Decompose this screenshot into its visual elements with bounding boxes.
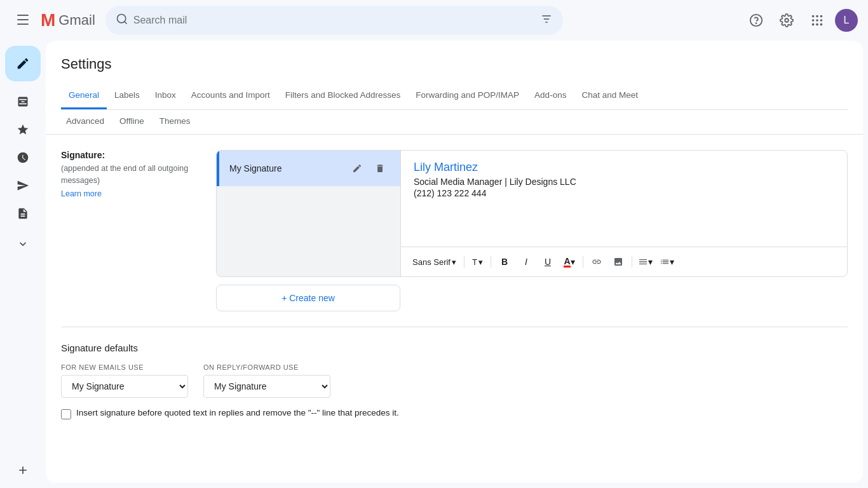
- tab-inbox[interactable]: Inbox: [147, 83, 184, 109]
- logo-m-icon: M: [41, 10, 55, 30]
- tab-labels[interactable]: Labels: [107, 83, 147, 109]
- italic-button[interactable]: I: [517, 252, 536, 271]
- compose-button[interactable]: [5, 46, 41, 81]
- help-button[interactable]: [743, 8, 769, 33]
- sidebar-icon-starred[interactable]: [10, 117, 36, 142]
- delete-signature-button[interactable]: [370, 158, 390, 179]
- sub-tabs: Advanced Offline Themes: [46, 110, 863, 135]
- svg-point-15: [816, 19, 818, 22]
- signature-defaults-title: Signature defaults: [61, 342, 848, 353]
- signature-defaults-row: FOR NEW EMAILS USE My Signature (No sign…: [61, 363, 848, 398]
- list-button[interactable]: ▾: [658, 252, 677, 271]
- text-color-chevron-icon: ▾: [571, 257, 575, 267]
- apps-button[interactable]: [804, 8, 830, 33]
- signature-label-title: Signature:: [61, 150, 201, 160]
- signature-label-area: Signature: (appended at the end of all o…: [61, 150, 201, 311]
- sub-tab-offline[interactable]: Offline: [114, 110, 149, 134]
- avatar[interactable]: L: [835, 9, 858, 32]
- sidebar-icon-drafts[interactable]: [10, 201, 36, 226]
- toolbar-separator-3: [583, 256, 583, 268]
- sub-tab-advanced[interactable]: Advanced: [61, 110, 109, 134]
- signature-list: My Signature: [217, 151, 401, 276]
- sidebar-icon-add[interactable]: [10, 458, 36, 483]
- signature-name: Lily Martinez: [414, 161, 834, 174]
- text-color-button[interactable]: A ▾: [560, 252, 579, 271]
- toolbar-separator-1: [464, 256, 465, 268]
- reply-group: ON REPLY/FORWARD USE My Signature (No si…: [203, 363, 330, 398]
- text-color-icon: A: [564, 257, 570, 268]
- svg-point-12: [816, 15, 818, 18]
- new-emails-group: FOR NEW EMAILS USE My Signature (No sign…: [61, 363, 188, 398]
- tab-filters[interactable]: Filters and Blocked Addresses: [278, 83, 409, 109]
- sidebar: [0, 41, 46, 488]
- signature-container: My Signature: [216, 150, 848, 311]
- sidebar-icon-inbox[interactable]: [10, 89, 36, 114]
- settings-button[interactable]: [774, 8, 799, 33]
- logo-gmail-text: Gmail: [58, 12, 95, 29]
- svg-rect-1: [17, 19, 29, 20]
- signature-panel: My Signature: [216, 150, 848, 277]
- svg-point-10: [785, 18, 789, 22]
- signature-section: Signature: (appended at the end of all o…: [61, 150, 848, 311]
- image-button[interactable]: [609, 252, 628, 271]
- sub-tab-themes[interactable]: Themes: [154, 110, 196, 134]
- settings-body: Signature: (appended at the end of all o…: [46, 135, 863, 435]
- signature-label-desc: (appended at the end of all outgoing mes…: [61, 163, 201, 187]
- align-button[interactable]: ▾: [636, 252, 655, 271]
- sidebar-icon-sent[interactable]: [10, 173, 36, 198]
- font-family-select[interactable]: Sans Serif ▾: [409, 255, 460, 269]
- topbar-right: L: [743, 8, 858, 33]
- sidebar-icon-snoozed[interactable]: [10, 145, 36, 170]
- font-family-label: Sans Serif: [412, 257, 451, 267]
- svg-rect-2: [17, 24, 29, 25]
- svg-point-3: [117, 14, 125, 22]
- signature-toolbar: Sans Serif ▾ T ▾ B I: [401, 247, 847, 276]
- reply-label: ON REPLY/FORWARD USE: [203, 363, 330, 371]
- svg-point-16: [820, 19, 823, 22]
- signature-item-label: My Signature: [229, 163, 347, 173]
- search-filter-icon[interactable]: [540, 13, 553, 28]
- svg-point-14: [812, 19, 815, 22]
- new-emails-select[interactable]: My Signature (No signature): [61, 375, 188, 398]
- svg-point-11: [812, 15, 815, 18]
- list-chevron-icon: ▾: [670, 257, 674, 267]
- search-input[interactable]: [133, 15, 535, 26]
- search-bar: [105, 6, 563, 35]
- toolbar-separator-2: [491, 256, 491, 268]
- font-size-label: T: [472, 257, 477, 267]
- edit-signature-button[interactable]: [347, 158, 367, 179]
- underline-button[interactable]: U: [538, 252, 557, 271]
- search-icon: [116, 13, 128, 29]
- svg-point-13: [820, 15, 823, 18]
- reply-select[interactable]: My Signature (No signature): [203, 375, 330, 398]
- signature-content[interactable]: Lily Martinez Social Media Manager | Lil…: [401, 151, 847, 247]
- font-family-chevron-icon: ▾: [452, 257, 456, 267]
- link-button[interactable]: [587, 252, 606, 271]
- tab-addons[interactable]: Add-ons: [527, 83, 574, 109]
- insert-sig-checkbox[interactable]: [61, 409, 71, 419]
- tab-chat-meet[interactable]: Chat and Meet: [574, 83, 646, 109]
- create-new-button[interactable]: + Create new: [216, 285, 400, 311]
- main-layout: Settings General Labels Inbox Accounts a…: [0, 41, 868, 488]
- menu-button[interactable]: [10, 8, 36, 33]
- toolbar-separator-4: [632, 256, 632, 268]
- svg-point-18: [816, 24, 818, 26]
- settings-title: Settings: [61, 56, 848, 72]
- insert-sig-label: Insert signature before quoted text in r…: [76, 408, 399, 417]
- signature-job: Social Media Manager | Lily Designs LLC: [414, 177, 834, 187]
- tab-accounts-import[interactable]: Accounts and Import: [184, 83, 278, 109]
- tab-general[interactable]: General: [61, 83, 107, 109]
- tab-forwarding[interactable]: Forwarding and POP/IMAP: [408, 83, 527, 109]
- svg-point-19: [820, 24, 823, 26]
- font-size-select[interactable]: T ▾: [468, 255, 487, 269]
- bold-button[interactable]: B: [495, 252, 514, 271]
- svg-rect-0: [17, 15, 29, 16]
- learn-more-link[interactable]: Learn more: [61, 189, 201, 198]
- logo: M Gmail: [41, 10, 95, 30]
- insert-sig-checkbox-row: Insert signature before quoted text in r…: [61, 408, 848, 419]
- signature-list-item[interactable]: My Signature: [217, 151, 400, 186]
- svg-point-17: [812, 24, 815, 26]
- new-emails-label: FOR NEW EMAILS USE: [61, 363, 188, 371]
- sidebar-icon-more[interactable]: [10, 231, 36, 257]
- font-size-chevron-icon: ▾: [478, 257, 483, 267]
